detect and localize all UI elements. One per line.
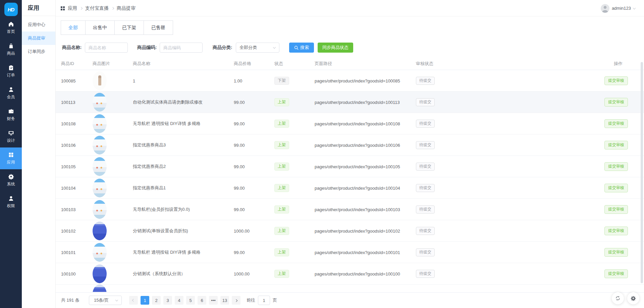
goods-id: 100113 — [61, 100, 75, 105]
goods-image[interactable] — [93, 243, 107, 262]
status-badge: 上架 — [274, 227, 289, 235]
sidebar-item-permissions[interactable]: 权限 — [0, 191, 22, 213]
audit-status-badge: 待提交 — [416, 141, 435, 149]
floating-actions — [612, 292, 639, 304]
goods-price: 99.00 — [234, 164, 245, 169]
goto-suffix: 页 — [273, 297, 277, 303]
sidebar-item-finance[interactable]: 财务 — [0, 104, 22, 126]
sidebar-item-apps[interactable]: 应用 — [0, 147, 22, 169]
audit-status-badge: 待提交 — [416, 227, 435, 235]
goods-name: 无导航栏 透明按钮 DIY详情 多规格 — [133, 121, 201, 127]
page-button[interactable]: 4 — [175, 296, 183, 305]
submit-audit-button[interactable]: 提交审核 — [604, 248, 628, 257]
primary-nav: 首页 商品 订单 会员 财务 设计 应用 系统 — [0, 17, 22, 213]
goods-image[interactable] — [93, 93, 107, 112]
goods-image[interactable] — [93, 264, 107, 283]
goods-name: 1 — [133, 78, 135, 83]
goods-image[interactable] — [93, 200, 107, 219]
status-badge: 上架 — [274, 141, 289, 149]
sidebar-item-system[interactable]: 系统 — [0, 169, 22, 191]
goods-image[interactable] — [93, 136, 107, 155]
tab[interactable]: 已下架 — [114, 20, 144, 35]
goods-image[interactable] — [93, 114, 107, 133]
submit-audit-button[interactable]: 提交审核 — [604, 162, 628, 171]
goods-id: 100102 — [61, 228, 75, 233]
table-row: 100100 分销测试（系统默认分润） 1000.00 上架 pages/oth… — [56, 263, 644, 285]
user-menu[interactable]: admin123 — [601, 0, 635, 16]
refresh-button[interactable] — [612, 292, 624, 304]
search-icon — [294, 46, 299, 50]
app-logo[interactable]: HD — [4, 3, 18, 16]
breadcrumb: 应用 支付宝直播 商品提审 — [61, 0, 136, 16]
pagination-bar: 共 191 条 15条/页 1 2 3 4 — [56, 292, 644, 308]
members-icon — [8, 86, 14, 93]
table-row: 100101 无导航栏 透明按钮 DIY详情 多规格 99.00 上架 page… — [56, 242, 644, 263]
sidebar-item-orders[interactable]: 订单 — [0, 60, 22, 82]
tab[interactable]: 全部 — [61, 20, 86, 35]
topbar: 应用 支付宝直播 商品提审 admin123 — [56, 0, 644, 16]
page-button[interactable]: ••• — [209, 296, 218, 305]
goto-page: 前往 页 — [247, 296, 277, 305]
goods-image[interactable] — [93, 285, 107, 292]
tab[interactable]: 出售中 — [85, 20, 115, 35]
chevron-left-icon — [132, 299, 135, 302]
tab[interactable]: 已售罄 — [144, 20, 173, 35]
submit-audit-button[interactable]: 提交审核 — [604, 76, 628, 85]
chevron-down-icon — [633, 6, 636, 9]
page-path: pages/other/product/index?goodsId=100101 — [315, 250, 400, 255]
submenu-item[interactable]: 应用中心 — [22, 18, 55, 32]
code-filter-input[interactable] — [160, 43, 203, 53]
submit-audit-button[interactable]: 提交审核 — [604, 184, 628, 192]
audit-status-badge: 待提交 — [416, 98, 435, 106]
page-button[interactable]: 6 — [198, 296, 206, 305]
page-button[interactable]: 2 — [152, 296, 161, 305]
goods-price: 99.00 — [234, 207, 245, 212]
prev-page-button[interactable] — [129, 296, 138, 305]
search-button[interactable]: 搜索 — [289, 43, 314, 53]
settings-button[interactable] — [627, 292, 639, 304]
next-page-button[interactable] — [232, 296, 240, 305]
page-button[interactable]: 13 — [220, 296, 229, 305]
sidebar-item-members[interactable]: 会员 — [0, 82, 22, 104]
col-price: 商品价格 — [234, 57, 251, 70]
goto-page-input[interactable] — [258, 296, 270, 305]
submit-audit-button[interactable]: 提交审核 — [604, 227, 628, 235]
page-button[interactable]: 3 — [163, 296, 172, 305]
col-name: 商品名称 — [133, 57, 150, 70]
page-path: pages/other/product/index?goodsId=100113 — [315, 100, 400, 105]
chevron-right-icon — [235, 299, 237, 302]
sync-goods-button[interactable]: 同步商品状态 — [318, 43, 353, 53]
breadcrumb-item[interactable]: 应用 — [68, 5, 77, 11]
submenu-item[interactable]: 订单同步 — [22, 45, 55, 58]
category-select[interactable]: 全部分类 — [236, 43, 279, 53]
page-size-select[interactable]: 15条/页 — [89, 296, 122, 305]
table-row: 100106 指定优惠券商品3 99.00 上架 pages/other/pro… — [56, 134, 644, 156]
sidebar-item-home[interactable]: 首页 — [0, 17, 22, 39]
submit-audit-button[interactable]: 提交审核 — [604, 205, 628, 214]
goods-image[interactable] — [93, 71, 107, 90]
submit-audit-button[interactable]: 提交审核 — [604, 119, 628, 128]
submit-audit-button[interactable]: 提交审核 — [604, 98, 628, 107]
sidebar-item-goods[interactable]: 商品 — [0, 39, 22, 60]
avatar — [601, 4, 609, 13]
name-filter-input[interactable] — [85, 43, 128, 53]
goods-price: 1000.00 — [234, 271, 250, 276]
status-badge: 上架 — [274, 98, 289, 106]
submenu-item[interactable]: 商品提审 — [22, 32, 55, 45]
table-scrollbar[interactable] — [641, 62, 643, 283]
breadcrumb-item: 商品提审 — [117, 5, 136, 11]
submit-audit-button[interactable]: 提交审核 — [604, 269, 628, 278]
submenu-title: 应用 — [22, 0, 55, 16]
select-arrow-icon — [115, 299, 118, 301]
sidebar-item-design[interactable]: 设计 — [0, 126, 22, 147]
breadcrumb-item[interactable]: 支付宝直播 — [85, 5, 109, 11]
col-image: 商品图片 — [93, 57, 110, 70]
goods-image[interactable] — [93, 157, 107, 176]
page-button[interactable]: 5 — [186, 296, 195, 305]
goods-image[interactable] — [93, 222, 107, 240]
goods-id: 100100 — [61, 271, 75, 276]
page-button[interactable]: 1 — [141, 296, 149, 305]
goods-image[interactable] — [93, 179, 107, 197]
submit-audit-button[interactable]: 提交审核 — [604, 141, 628, 149]
design-icon — [8, 130, 14, 136]
